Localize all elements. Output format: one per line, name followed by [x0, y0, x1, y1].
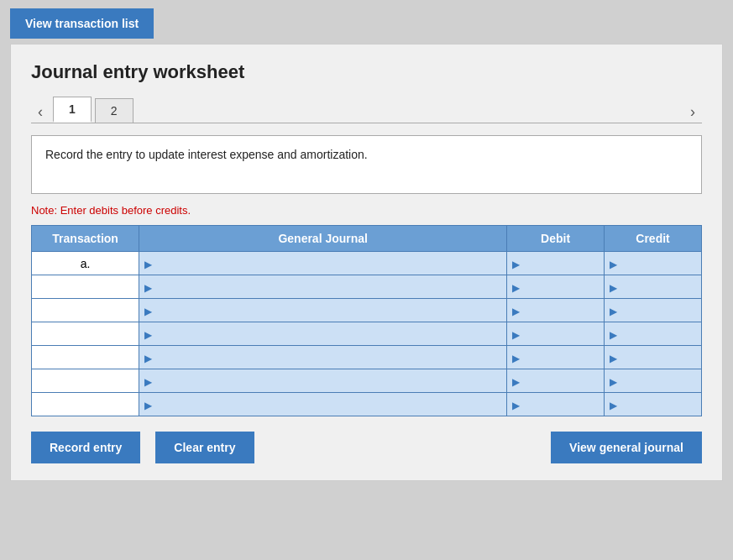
cell-debit[interactable]: ▶ [507, 346, 605, 369]
cell-transaction [32, 346, 139, 369]
cell-debit[interactable]: ▶ [507, 299, 605, 322]
arrow-indicator: ▶ [512, 353, 520, 364]
cell-journal[interactable]: ▶ [139, 322, 507, 346]
col-header-debit: Debit [507, 226, 605, 252]
record-entry-button[interactable]: Record entry [31, 432, 140, 463]
cell-credit[interactable]: ▶ [605, 369, 702, 393]
buttons-row: Record entry Clear entry View general jo… [31, 432, 702, 463]
cell-credit[interactable]: ▶ [605, 322, 702, 346]
cell-debit[interactable]: ▶ [507, 322, 605, 346]
arrow-indicator: ▶ [144, 400, 152, 411]
arrow-indicator: ▶ [144, 353, 152, 364]
arrow-indicator: ▶ [512, 329, 520, 341]
cell-journal[interactable]: ▶ [139, 369, 507, 393]
arrow-indicator: ▶ [512, 400, 520, 411]
arrow-indicator: ▶ [144, 329, 152, 341]
arrow-indicator: ▶ [512, 306, 520, 317]
tabs-row: ‹ 1 2 › [31, 97, 702, 123]
table-row: ▶▶▶ [32, 393, 702, 416]
cell-credit[interactable]: ▶ [605, 346, 702, 369]
cell-transaction: a. [32, 252, 139, 275]
arrow-indicator: ▶ [144, 306, 152, 317]
cell-credit[interactable]: ▶ [605, 299, 702, 322]
table-row: ▶▶▶ [32, 299, 702, 322]
cell-transaction [32, 275, 139, 299]
tab-prev-button[interactable]: ‹ [31, 101, 50, 123]
table-row: ▶▶▶ [32, 275, 702, 299]
cell-journal[interactable]: ▶ [139, 299, 507, 322]
arrow-indicator: ▶ [610, 306, 617, 317]
cell-journal[interactable]: ▶ [139, 393, 507, 416]
cell-debit[interactable]: ▶ [507, 275, 605, 299]
worksheet-title: Journal entry worksheet [31, 61, 702, 83]
arrow-indicator: ▶ [610, 400, 617, 411]
cell-credit[interactable]: ▶ [605, 252, 702, 275]
arrow-indicator: ▶ [512, 259, 520, 270]
main-card: Journal entry worksheet ‹ 1 2 › Record t… [10, 44, 723, 481]
cell-transaction [32, 369, 139, 393]
arrow-indicator: ▶ [610, 329, 617, 341]
arrow-indicator: ▶ [512, 376, 520, 388]
arrow-indicator: ▶ [144, 282, 152, 294]
view-general-journal-button[interactable]: View general journal [551, 432, 702, 463]
table-row: a.▶▶▶ [32, 252, 702, 275]
arrow-indicator: ▶ [610, 282, 617, 294]
instruction-text: Record the entry to update interest expe… [45, 148, 368, 161]
cell-journal[interactable]: ▶ [139, 346, 507, 369]
arrow-indicator: ▶ [610, 259, 617, 270]
instruction-box: Record the entry to update interest expe… [31, 135, 702, 194]
top-bar: View transaction list [0, 0, 733, 44]
note-text: Note: Enter debits before credits. [31, 204, 702, 217]
cell-transaction [32, 393, 139, 416]
col-header-transaction: Transaction [32, 226, 139, 252]
cell-debit[interactable]: ▶ [507, 393, 605, 416]
col-header-credit: Credit [605, 226, 702, 252]
arrow-indicator: ▶ [610, 353, 617, 364]
arrow-indicator: ▶ [610, 376, 617, 388]
cell-debit[interactable]: ▶ [507, 252, 605, 275]
cell-journal[interactable]: ▶ [139, 275, 507, 299]
arrow-indicator: ▶ [512, 282, 520, 294]
tab-next-button[interactable]: › [683, 101, 702, 123]
cell-transaction [32, 322, 139, 346]
table-row: ▶▶▶ [32, 369, 702, 393]
cell-journal[interactable]: ▶ [139, 252, 507, 275]
journal-table: Transaction General Journal Debit Credit… [31, 225, 702, 416]
arrow-indicator: ▶ [144, 376, 152, 388]
clear-entry-button[interactable]: Clear entry [155, 432, 254, 463]
cell-debit[interactable]: ▶ [507, 369, 605, 393]
table-row: ▶▶▶ [32, 346, 702, 369]
tab-2[interactable]: 2 [95, 98, 134, 123]
view-transaction-button[interactable]: View transaction list [10, 8, 154, 39]
tab-1[interactable]: 1 [53, 97, 92, 123]
cell-credit[interactable]: ▶ [605, 393, 702, 416]
cell-credit[interactable]: ▶ [605, 275, 702, 299]
arrow-indicator: ▶ [144, 259, 152, 270]
cell-transaction [32, 299, 139, 322]
col-header-journal: General Journal [139, 226, 507, 252]
table-row: ▶▶▶ [32, 322, 702, 346]
